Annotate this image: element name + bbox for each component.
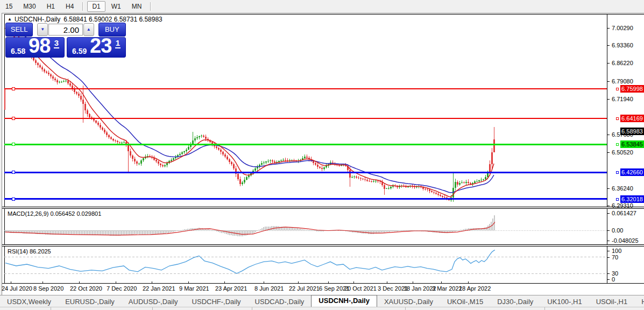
time-tick	[152, 281, 152, 283]
timeframe-button-w1[interactable]: W1	[107, 1, 126, 12]
timeframe-toolbar: 15M30H1H4D1W1MN	[0, 0, 644, 12]
time-tick-label: 18 Jan 2022	[404, 285, 436, 292]
left-edge-bar	[4, 89, 5, 110]
price-tick-dash	[607, 188, 610, 189]
time-tick-label: 23 Apr 2021	[215, 285, 247, 292]
hline-handle-right[interactable]	[616, 117, 619, 120]
sell-price-display[interactable]: 6.58 98 3	[5, 37, 65, 58]
one-click-trading-panel: SELL ▼ ▲ BUY 6.58 98 3 6.59 23 1	[5, 23, 126, 58]
symbol-tab-xauusd-daily[interactable]: XAUUSD-,Daily	[377, 297, 440, 307]
hline-handle-left[interactable]	[12, 117, 15, 120]
timeframe-button-mn[interactable]: MN	[127, 1, 147, 12]
mt4-application: 15M30H1H4D1W1MN ▲USDCNH-,Daily6.58841 6.…	[0, 0, 644, 310]
hline-6.32018[interactable]	[4, 198, 607, 200]
rsi-value: 86.2025	[30, 248, 51, 255]
price-badge-6.64169: 6.64169	[620, 115, 644, 122]
collapse-marker-icon[interactable]: ▲	[8, 17, 12, 22]
symbol-tab-usdcnh-daily[interactable]: USDCNH-,Daily	[311, 295, 377, 307]
timeframe-button-m30[interactable]: M30	[18, 1, 40, 12]
price-tick-label: 6.86220	[612, 60, 633, 66]
chart-ohlc-quotes: 6.58841 6.59002 6.58731 6.58983	[63, 16, 162, 23]
status-divider	[252, 307, 252, 310]
price-tick-dash	[607, 81, 610, 82]
symbol-tab-dj30-daily[interactable]: DJ30-,Daily	[490, 297, 540, 307]
timeframe-button-h1[interactable]: H1	[42, 1, 60, 12]
time-tick	[353, 281, 354, 283]
hline-handle-right[interactable]	[616, 143, 619, 146]
hline-6.53845[interactable]	[4, 144, 607, 145]
hline-handle-left[interactable]	[12, 143, 15, 146]
hline-6.64169[interactable]	[4, 118, 607, 119]
symbol-tab-usoil-h1[interactable]: USOil-,H1	[589, 297, 635, 307]
price-tick-label: 6.36240	[612, 185, 633, 192]
hline-handle-right[interactable]	[616, 171, 619, 174]
hline-handle-right[interactable]	[616, 88, 619, 90]
time-tick-label: 18 Apr 2022	[459, 285, 491, 292]
symbol-tab-bar: USDX,WeeklyEURUSD-,DailyAUDUSD-,DailyUSD…	[0, 295, 644, 307]
price-tick-dash	[607, 135, 610, 135]
buy-price-display[interactable]: 6.59 23 1	[67, 37, 126, 58]
rsi-tick-dash	[607, 257, 610, 258]
symbol-tab-hk50-h1[interactable]: HK50-,H1	[634, 297, 644, 307]
price-tick-dash	[607, 45, 610, 46]
buy-price-point: 1	[115, 38, 121, 48]
price-tick-label: 6.93360	[612, 42, 633, 48]
status-divider	[152, 307, 153, 310]
symbol-tab-usdx-weekly[interactable]: USDX,Weekly	[0, 297, 58, 307]
rsi-label: RSI(14) 86.2025	[8, 248, 51, 255]
buy-price-pips: 23	[90, 34, 111, 58]
symbol-tab-usdcad-daily[interactable]: USDCAD-,Daily	[248, 297, 312, 307]
rsi-pane[interactable]	[4, 246, 607, 283]
time-tick-label: 22 Jan 2021	[143, 285, 175, 292]
hline-6.42660[interactable]	[4, 172, 607, 173]
rsi-tick-label: 0	[612, 276, 615, 283]
time-tick-label: 24 Jul 2020	[2, 285, 32, 292]
time-tick-label: 22 Oct 2020	[70, 285, 102, 292]
time-tick	[387, 281, 387, 283]
status-strip	[0, 307, 644, 310]
timeframe-button-d1[interactable]: D1	[87, 1, 105, 12]
time-tick	[11, 281, 11, 283]
time-tick	[413, 281, 413, 283]
time-tick	[188, 281, 189, 283]
rsi-line[interactable]	[5, 250, 495, 273]
price-badge-6.42660: 6.42660	[620, 168, 644, 176]
price-badge-6.75998: 6.75998	[620, 85, 644, 93]
timeframe-button-15[interactable]: 15	[1, 1, 17, 12]
symbol-tab-eurusd-daily[interactable]: EURUSD-,Daily	[58, 297, 122, 307]
hline-handle-left[interactable]	[12, 198, 15, 200]
rsi-tick-dash	[607, 273, 610, 274]
rsi-tick-label: 70	[612, 254, 618, 260]
status-divider	[51, 307, 51, 310]
time-tick	[441, 281, 442, 283]
time-tick-label: 7 Dec 2020	[107, 285, 137, 292]
symbol-tab-usdchf-daily[interactable]: USDCHF-,Daily	[185, 297, 248, 307]
price-axis[interactable]: 7.002906.933606.862206.790806.719406.576…	[607, 14, 644, 284]
time-tick	[468, 281, 469, 283]
macd-tick-dash	[607, 213, 610, 214]
price-tick-dash	[607, 206, 610, 206]
macd-main-value: 0.056452	[50, 210, 75, 217]
hline-handle-right[interactable]	[616, 198, 619, 201]
time-tick-label: 8 Jun 2021	[254, 285, 284, 292]
symbol-tab-uk100-h1[interactable]: UK100-,H1	[540, 297, 589, 307]
symbol-tab-ukoil-m15[interactable]: UKOil-,M15	[440, 297, 490, 307]
price-badge-6.32018: 6.32018	[620, 195, 644, 203]
current-price-badge: 6.58983	[620, 128, 644, 135]
volume-input[interactable]	[48, 24, 83, 36]
symbol-tab-audusd-daily[interactable]: AUDUSD-,Daily	[122, 297, 185, 307]
hline-handle-left[interactable]	[12, 88, 15, 90]
price-tick-dash	[607, 99, 610, 100]
hline-handle-left[interactable]	[12, 171, 15, 174]
macd-tick-label: 0.061427	[612, 210, 636, 216]
macd-label: MACD(12,26,9) 0.056452 0.029801	[8, 210, 101, 217]
macd-tick-label: -0.048025	[612, 237, 639, 244]
price-tick-label: 6.50520	[612, 149, 633, 156]
macd-tick-dash	[607, 241, 610, 241]
time-tick	[79, 281, 80, 283]
time-tick-label: 20 Oct 2021	[344, 285, 377, 292]
timeframe-button-h4[interactable]: H4	[61, 1, 79, 12]
hline-6.75998[interactable]	[4, 88, 607, 89]
price-tick-dash	[607, 63, 610, 64]
time-tick	[43, 281, 43, 283]
